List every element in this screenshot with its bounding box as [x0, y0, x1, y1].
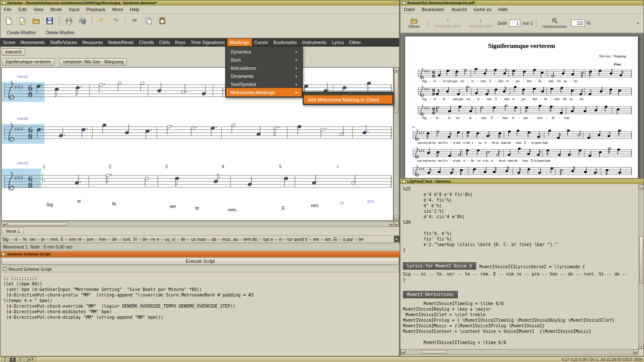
definitions-code[interactable]: MvmntIVoiceITimeSig = \time 6/8 MvmntIVo…	[403, 301, 636, 345]
workspace-8[interactable]: 8	[9, 357, 16, 362]
composer-button[interactable]: composer: Nils Gey - Wargsang	[60, 58, 127, 65]
undo-button[interactable]: ↶	[96, 15, 107, 27]
score-title-button[interactable]: Signiferumque verterem	[2, 58, 54, 65]
menu-playback[interactable]: Playback	[83, 6, 109, 13]
save-score-button[interactable]	[44, 15, 55, 27]
cmd-keys[interactable]: Keys	[173, 39, 188, 46]
scroll-right-arrow[interactable]: ▶	[633, 350, 638, 354]
cmd-measures[interactable]: Measures	[80, 39, 105, 46]
scrollbar-thumb[interactable]	[394, 73, 398, 113]
lyrics-section-button[interactable]: Lyrics for MvmntI Voice 3	[403, 262, 476, 270]
panel-grip-icon[interactable]	[2, 252, 5, 256]
score-horizontal-scrollbar[interactable]: ◀ ◀ ▶	[1, 221, 399, 227]
scheme-panel-header[interactable]: Denemo Scheme Script	[0, 251, 400, 257]
menu-item-add-metronome-marking[interactable]: Add Metronome Marking to Chord	[304, 95, 392, 104]
cmd-notes-rests[interactable]: Notes/Rests	[105, 39, 136, 46]
zoom-value-input[interactable]	[571, 20, 585, 27]
definitions-section-button[interactable]: MvmntI Definitions	[403, 291, 458, 298]
previous-page-button[interactable]: ↑ Vorherige Seite	[432, 17, 464, 29]
zoom-button[interactable]: Heranzoomen	[540, 17, 570, 30]
scrollbar-thumb[interactable]	[7, 222, 67, 226]
lilypond-vertical-scrollbar[interactable]: ▲ ▼	[638, 184, 644, 349]
menu-help[interactable]: Help	[126, 6, 143, 13]
delete-rhythm-button[interactable]: Delete Rhythm	[42, 29, 78, 36]
scroll-left-arrow[interactable]: ◀	[389, 222, 394, 226]
open-score-button[interactable]	[30, 15, 42, 27]
cmd-staffs-voices[interactable]: Staffs/Voices	[48, 39, 80, 46]
chevron-down-icon[interactable]: ▾	[637, 21, 641, 25]
lyrics-mode-header[interactable]: MvmntIVoiceIIILyricsVerseI = \lyricmode …	[480, 264, 585, 270]
pdf-titlebar[interactable]: /home/nils/.denemo/denemoprint.pdf	[400, 0, 644, 6]
scroll-down-arrow[interactable]: ▼	[394, 216, 399, 220]
menu-gehe-zu[interactable]: Gehe zu	[470, 6, 495, 13]
cmd-lyrics[interactable]: Lyrics	[329, 39, 346, 46]
verse-tab[interactable]: Verse 1	[2, 228, 24, 234]
menu-view[interactable]: View	[30, 6, 47, 13]
new-score-button[interactable]	[3, 15, 14, 27]
scrollbar-thumb[interactable]	[639, 236, 643, 283]
create-rhythm-button[interactable]: Create Rhythm	[3, 29, 39, 36]
open-button[interactable]: Öffnen	[403, 17, 425, 30]
indent-button[interactable]: indent=0	[2, 48, 25, 56]
menu-item-slurs[interactable]: Slurs▸	[227, 56, 301, 64]
pdf-view-area[interactable]: Signiferumque verterem Nils Gey - Wargsa…	[400, 33, 644, 178]
record-script-toggle[interactable]: Record Scheme Script	[1, 266, 399, 273]
menu-hilfe[interactable]: Hilfe	[495, 6, 511, 13]
print-button[interactable]	[63, 15, 75, 27]
cmd-cursor[interactable]: Cursor	[252, 39, 271, 46]
execute-script-button[interactable]: Execute Script	[1, 258, 399, 265]
denemo-titlebar[interactable]: Denemo - /home/nils/wacost-svn/denemo/20…	[0, 0, 399, 6]
cmd-score[interactable]: Score	[0, 39, 18, 46]
copy-button[interactable]	[143, 15, 154, 27]
menu-datei[interactable]: Datei	[400, 6, 418, 13]
lilypond-code[interactable]: %25 e'4 d'8 e'4 fis'8%| e'4. fis'%| d' e…	[403, 186, 636, 253]
cmd-bookmarks[interactable]: Bookmarks	[271, 39, 300, 46]
score-vertical-scrollbar[interactable]: ▲ ▼	[394, 67, 399, 221]
menu-item-ornaments[interactable]: Ornaments▸	[227, 72, 301, 80]
next-page-button[interactable]: ↓ Nächste Seite	[466, 17, 496, 29]
lilypond-titlebar[interactable]: LilyPond Text - Denemo	[400, 179, 644, 184]
menu-edit[interactable]: Edit	[15, 6, 30, 13]
cmd-movements[interactable]: Movements	[18, 39, 48, 46]
scrollbar-thumb[interactable]	[421, 350, 447, 354]
lyrics-code[interactable]: Sig -- ni -- fe. ver -- te -- rem. E -- …	[403, 271, 636, 282]
cmd-chords[interactable]: Chords	[136, 39, 156, 46]
scheme-script-editor[interactable]: ;; ;;;;;;;;;; (let ((bpm 60)) (set! bpm …	[0, 273, 400, 356]
page-number-input[interactable]	[509, 20, 520, 27]
menu-mode[interactable]: Mode	[47, 6, 66, 13]
menu-ansicht[interactable]: Ansicht	[448, 6, 470, 13]
menu-item-text-symbol[interactable]: Text/Symbol▸	[227, 80, 301, 88]
cmd-time-signatures[interactable]: Time Signatures	[188, 39, 227, 46]
menu-item-metronome-markings[interactable]: Metronome-Markings▸	[227, 88, 301, 96]
verse-editor[interactable]: Sig -- ni -- fe. ver -- te -- rem. E -- …	[0, 235, 400, 243]
scroll-up-arrow[interactable]: ▲	[394, 68, 399, 72]
menu-more[interactable]: More	[109, 6, 126, 13]
cmd-markings[interactable]: Markings	[227, 39, 252, 46]
menu-item-articulations[interactable]: Articulations▸	[227, 64, 301, 72]
workspace-9[interactable]: 9	[17, 357, 24, 362]
menu-file[interactable]: File	[0, 6, 15, 13]
cut-button[interactable]: ✂	[129, 15, 140, 27]
scroll-left-arrow[interactable]: ◀	[2, 222, 6, 226]
scroll-right-arrow[interactable]: ▶	[394, 222, 399, 226]
menu-bearbeiten[interactable]: Bearbeiten	[418, 6, 448, 13]
workspace-2[interactable]: 2	[2, 357, 8, 362]
redo-button[interactable]: ↷	[110, 15, 121, 27]
menu-input[interactable]: Input	[66, 6, 83, 13]
menu-item-dynamics[interactable]: Dynamics▸	[227, 47, 301, 56]
record-checkbox[interactable]	[3, 267, 6, 271]
paste-button[interactable]	[157, 15, 168, 27]
scroll-left-arrow[interactable]: ◀	[401, 350, 405, 354]
score-canvas[interactable]: voice1 ♯♯♯68 voice2 ♯♯♯68 voice3 1 2 3 4…	[1, 67, 394, 221]
lilypond-text-view[interactable]: %25 e'4 d'8 e'4 fis'8%| e'4. fis'%| d' e…	[400, 184, 638, 349]
cmd-instruments[interactable]: Instruments	[300, 39, 329, 46]
cmd-other[interactable]: Other	[346, 39, 364, 46]
cmd-clefs[interactable]: Clefs	[157, 39, 173, 46]
scroll-up-arrow[interactable]: ▲	[639, 185, 644, 190]
lilypond-horizontal-scrollbar[interactable]: ◀ ▶	[400, 349, 638, 355]
new-from-template-button[interactable]	[17, 15, 28, 27]
print-preview-button[interactable]	[77, 15, 88, 27]
jack-indicator[interactable]: jack	[25, 357, 36, 362]
scroll-down-arrow[interactable]: ▼	[639, 344, 644, 349]
verse-scroll-arrow[interactable]: ▸	[394, 236, 400, 242]
